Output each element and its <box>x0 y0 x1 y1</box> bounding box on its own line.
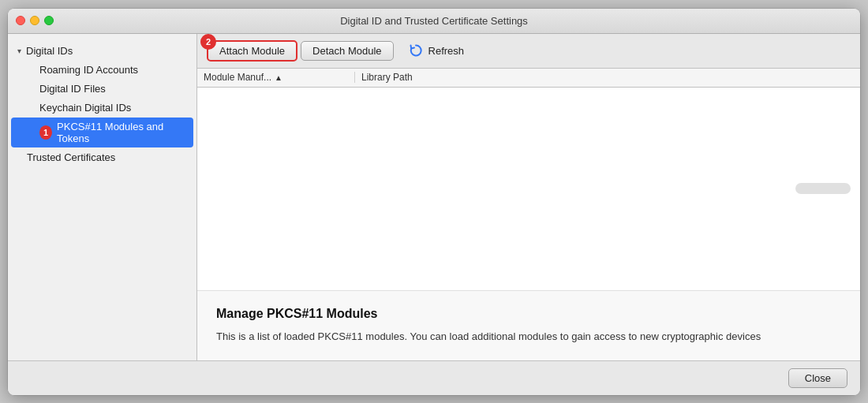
col-library-label: Library Path <box>361 72 413 83</box>
badge-2: 2 <box>200 34 216 50</box>
traffic-lights <box>16 16 54 25</box>
attach-module-button[interactable]: 2 Attach Module <box>207 40 297 62</box>
sort-asc-icon: ▲ <box>275 73 282 82</box>
col-manufacturer-label: Module Manuf... <box>204 72 271 83</box>
detach-module-label: Detach Module <box>312 45 381 57</box>
sidebar-section-digital-ids: ▾ Digital IDs Roaming ID Accounts Digita… <box>8 40 196 169</box>
titlebar: Digital ID and Trusted Certificate Setti… <box>8 9 860 34</box>
col-manufacturer[interactable]: Module Manuf... ▲ <box>197 72 355 83</box>
content-area: Module Manuf... ▲ Library Path Manage PK… <box>197 69 860 360</box>
close-button[interactable]: Close <box>788 368 847 388</box>
sidebar-item-keychain-digital-ids[interactable]: Keychain Digital IDs <box>11 99 193 117</box>
info-section: Manage PKCS#11 Modules This is a list of… <box>197 290 860 360</box>
close-traffic-light[interactable] <box>16 16 25 25</box>
info-description: This is a list of loaded PKCS#11 modules… <box>216 329 841 345</box>
badge-1: 1 <box>39 125 52 140</box>
window-title: Digital ID and Trusted Certificate Setti… <box>340 15 528 27</box>
sidebar-item-digital-id-files[interactable]: Digital ID Files <box>11 80 193 98</box>
sidebar-item-pkcs11[interactable]: 1 PKCS#11 Modules and Tokens <box>11 118 193 147</box>
sidebar-digital-ids-label: Digital IDs <box>26 45 73 57</box>
close-label: Close <box>805 372 831 384</box>
refresh-button[interactable]: Refresh <box>397 39 476 62</box>
main-window: Digital ID and Trusted Certificate Setti… <box>8 9 860 395</box>
keychain-digital-ids-label: Keychain Digital IDs <box>39 102 131 114</box>
table-header: Module Manuf... ▲ Library Path <box>197 69 860 88</box>
pkcs11-item-wrapper: 1 PKCS#11 Modules and Tokens <box>39 121 184 144</box>
trusted-certificates-label: Trusted Certificates <box>27 151 115 163</box>
detach-module-button[interactable]: Detach Module <box>301 41 393 61</box>
toolbar: 2 Attach Module Detach Module Refresh <box>197 34 860 69</box>
refresh-icon <box>408 43 424 58</box>
scroll-indicator <box>795 183 851 194</box>
bottom-bar: Close <box>8 360 860 395</box>
refresh-label: Refresh <box>428 45 465 57</box>
info-title: Manage PKCS#11 Modules <box>216 307 841 321</box>
col-library[interactable]: Library Path <box>355 72 419 83</box>
table-body <box>197 88 860 291</box>
sidebar-item-roaming-id-accounts[interactable]: Roaming ID Accounts <box>11 61 193 79</box>
sidebar: ▾ Digital IDs Roaming ID Accounts Digita… <box>8 34 197 360</box>
pkcs11-label: PKCS#11 Modules and Tokens <box>57 121 184 144</box>
maximize-traffic-light[interactable] <box>44 16 54 25</box>
digital-id-files-label: Digital ID Files <box>39 83 106 95</box>
attach-module-label: Attach Module <box>219 45 285 57</box>
sidebar-item-digital-ids[interactable]: ▾ Digital IDs <box>8 42 196 60</box>
sidebar-item-trusted-certificates[interactable]: Trusted Certificates <box>11 148 193 166</box>
minimize-traffic-light[interactable] <box>30 16 39 25</box>
roaming-id-accounts-label: Roaming ID Accounts <box>39 64 138 76</box>
chevron-down-icon: ▾ <box>17 47 21 55</box>
main-layout: ▾ Digital IDs Roaming ID Accounts Digita… <box>8 34 860 360</box>
